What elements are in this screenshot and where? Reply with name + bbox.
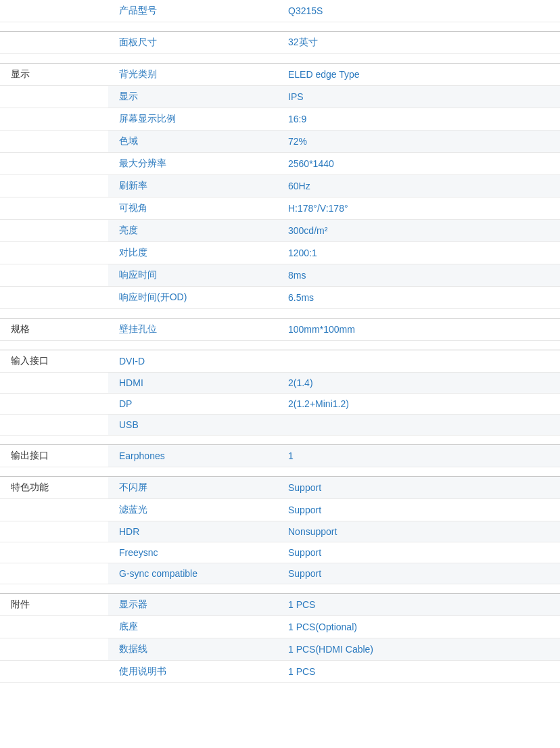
category-cell (0, 415, 108, 436)
key-cell: 不闪屏 (108, 477, 277, 499)
table-row: 滤蓝光Support (0, 499, 560, 521)
value-cell: 72% (277, 131, 560, 153)
value-cell: 8ms (277, 264, 560, 287)
table-row: 最大分辨率2560*1440 (0, 153, 560, 175)
table-row: 响应时间(开OD)6.5ms (0, 287, 560, 309)
section-divider (0, 584, 560, 594)
section-divider (0, 54, 560, 64)
key-cell: 响应时间 (108, 264, 277, 287)
key-cell: 最大分辨率 (108, 153, 277, 175)
section-divider (0, 341, 560, 350)
table-row: 附件显示器1 PCS (0, 594, 560, 616)
category-cell (0, 32, 108, 54)
key-cell: 使用说明书 (108, 661, 277, 683)
value-cell: 1 PCS (277, 661, 560, 683)
key-cell: HDMI (108, 373, 277, 394)
value-cell: Nonsupport (277, 521, 560, 542)
table-row: DP2(1.2+Mini1.2) (0, 394, 560, 415)
category-cell (0, 394, 108, 415)
table-row: 使用说明书1 PCS (0, 661, 560, 683)
key-cell: 显示 (108, 86, 277, 108)
key-cell: DP (108, 394, 277, 415)
category-cell (0, 242, 108, 264)
category-cell: 输出接口 (0, 445, 108, 467)
category-cell (0, 153, 108, 175)
table-row: 面板尺寸32英寸 (0, 32, 560, 54)
value-cell: Support (277, 563, 560, 584)
key-cell: 亮度 (108, 220, 277, 242)
key-cell: 数据线 (108, 638, 277, 661)
value-cell: 32英寸 (277, 32, 560, 54)
table-row: 底座1 PCS(Optional) (0, 616, 560, 638)
key-cell: 可视角 (108, 197, 277, 220)
key-cell: 刷新率 (108, 175, 277, 197)
key-cell: 面板尺寸 (108, 32, 277, 54)
value-cell: Support (277, 477, 560, 499)
value-cell: 300cd/m² (277, 220, 560, 242)
table-row: HDMI2(1.4) (0, 373, 560, 394)
table-row: 规格壁挂孔位100mm*100mm (0, 319, 560, 341)
table-row: 显示IPS (0, 86, 560, 108)
table-row: 输出接口Earphones1 (0, 445, 560, 467)
value-cell: IPS (277, 86, 560, 108)
key-cell: 滤蓝光 (108, 499, 277, 521)
value-cell: 2560*1440 (277, 153, 560, 175)
key-cell: 色域 (108, 131, 277, 153)
category-cell (0, 638, 108, 661)
key-cell: 底座 (108, 616, 277, 638)
category-cell: 显示 (0, 64, 108, 86)
value-cell: Q3215S (277, 0, 560, 22)
key-cell: 响应时间(开OD) (108, 287, 277, 309)
category-cell (0, 86, 108, 108)
category-cell (0, 264, 108, 287)
key-cell: Earphones (108, 445, 277, 467)
key-cell: Freeysnc (108, 542, 277, 563)
value-cell: 1 PCS(Optional) (277, 616, 560, 638)
category-cell (0, 0, 108, 22)
value-cell: 2(1.4) (277, 373, 560, 394)
value-cell: 1 PCS (277, 594, 560, 616)
category-cell (0, 542, 108, 563)
key-cell: 背光类别 (108, 64, 277, 86)
value-cell (277, 350, 560, 373)
value-cell: 100mm*100mm (277, 319, 560, 341)
category-cell: 特色功能 (0, 477, 108, 499)
category-cell (0, 131, 108, 153)
value-cell: 2(1.2+Mini1.2) (277, 394, 560, 415)
value-cell (277, 415, 560, 436)
table-row: USB (0, 415, 560, 436)
category-cell: 规格 (0, 319, 108, 341)
key-cell: USB (108, 415, 277, 436)
table-row: 响应时间8ms (0, 264, 560, 287)
category-cell (0, 616, 108, 638)
key-cell: HDR (108, 521, 277, 542)
section-divider (0, 309, 560, 319)
table-row: 输入接口DVI-D (0, 350, 560, 373)
category-cell (0, 175, 108, 197)
category-cell (0, 197, 108, 220)
key-cell: 壁挂孔位 (108, 319, 277, 341)
section-divider (0, 467, 560, 477)
value-cell: 1200:1 (277, 242, 560, 264)
table-row: 色域72% (0, 131, 560, 153)
table-row: HDRNonsupport (0, 521, 560, 542)
section-divider (0, 22, 560, 32)
table-row: 数据线1 PCS(HDMI Cable) (0, 638, 560, 661)
category-cell (0, 220, 108, 242)
value-cell: H:178°/V:178° (277, 197, 560, 220)
section-divider (0, 436, 560, 445)
key-cell: 显示器 (108, 594, 277, 616)
category-cell (0, 563, 108, 584)
value-cell: ELED edge Type (277, 64, 560, 86)
category-cell (0, 499, 108, 521)
table-row: 对比度1200:1 (0, 242, 560, 264)
key-cell: 屏幕显示比例 (108, 108, 277, 131)
category-cell (0, 521, 108, 542)
value-cell: Support (277, 499, 560, 521)
table-row: 可视角H:178°/V:178° (0, 197, 560, 220)
category-cell (0, 373, 108, 394)
value-cell: 60Hz (277, 175, 560, 197)
key-cell: DVI-D (108, 350, 277, 373)
value-cell: 1 (277, 445, 560, 467)
table-row: 产品型号Q3215S (0, 0, 560, 22)
